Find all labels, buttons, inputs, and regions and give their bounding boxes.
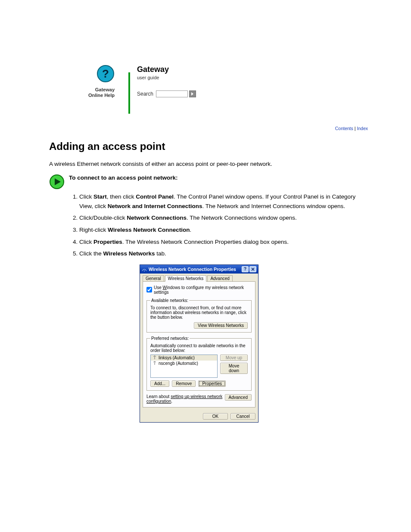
tab-panel-wireless: Use Windows to configure my wireless net…	[143, 281, 255, 408]
tabs-row: General Wireless Networks Advanced	[140, 274, 258, 282]
wireless-icon	[142, 267, 147, 272]
learn-text: Learn about setting up wireless network …	[146, 394, 225, 404]
use-windows-label: Use Windows to configure my wireless net…	[154, 285, 252, 295]
top-links: Contents | Index	[49, 126, 368, 131]
tab-general[interactable]: General	[143, 275, 164, 282]
properties-button[interactable]: Properties	[198, 380, 226, 387]
close-button[interactable]	[249, 266, 256, 272]
network-item[interactable]: linksys (Automatic)	[151, 355, 217, 361]
step-3: Right-click Wireless Network Connection.	[79, 225, 368, 235]
help-icon: ?	[97, 65, 115, 83]
search-go-button[interactable]	[189, 90, 196, 97]
dialog-footer: OK Cancel	[140, 411, 258, 422]
play-icon	[49, 174, 65, 190]
contents-link[interactable]: Contents	[335, 126, 353, 131]
tab-wireless-networks[interactable]: Wireless Networks	[165, 275, 207, 282]
arrow-right-icon	[190, 92, 195, 96]
svg-point-3	[144, 271, 145, 271]
page-header: ? Gateway Online Help Gateway user guide…	[49, 65, 368, 98]
step-list: Click Start, then click Control Panel. T…	[69, 192, 368, 258]
preferred-networks-legend: Preferred networks:	[150, 336, 190, 341]
step-1: Click Start, then click Control Panel. T…	[79, 192, 368, 211]
search-row: Search	[137, 90, 368, 97]
help-button[interactable]: ?	[242, 266, 249, 272]
move-down-button[interactable]: Move down	[220, 363, 248, 374]
step-2: Click/Double-click Network Connections. …	[79, 213, 368, 223]
step-4: Click Properties. The Wireless Network C…	[79, 237, 368, 247]
procedure-heading: To connect to an access point network:	[49, 174, 368, 190]
preferred-networks-text: Automatically connect to available netwo…	[150, 343, 248, 353]
page-title: Adding an access point	[49, 140, 368, 152]
available-networks-group: Available networks: To connect to, disco…	[146, 298, 252, 333]
step-5: Click the Wireless Networks tab.	[79, 249, 368, 258]
cancel-button[interactable]: Cancel	[230, 413, 255, 420]
available-networks-legend: Available networks:	[150, 298, 189, 303]
intro-paragraph: A wireless Ethernet network consists of …	[49, 160, 368, 168]
add-button[interactable]: Add...	[150, 380, 169, 387]
dialog-titlebar[interactable]: Wireless Network Connection Properties ?	[140, 265, 258, 274]
antenna-icon	[153, 355, 157, 360]
dialog-title: Wireless Network Connection Properties	[149, 267, 241, 272]
svg-text:?: ?	[102, 67, 109, 80]
tab-advanced[interactable]: Advanced	[207, 275, 232, 282]
header-divider	[128, 72, 130, 114]
advanced-button[interactable]: Advanced	[225, 394, 252, 401]
brand-subtitle: user guide	[137, 75, 368, 80]
search-input[interactable]	[156, 90, 188, 97]
close-icon	[251, 268, 255, 271]
network-item[interactable]: nscengb (Automatic)	[151, 361, 217, 366]
remove-button[interactable]: Remove	[172, 380, 196, 387]
search-label: Search	[137, 91, 153, 97]
use-windows-checkbox[interactable]	[146, 287, 152, 292]
brand-title: Gateway	[137, 65, 368, 74]
available-networks-text: To connect to, disconnect from, or find …	[150, 305, 248, 320]
antenna-icon	[153, 361, 157, 365]
move-up-button[interactable]: Move up	[220, 355, 248, 361]
preferred-networks-group: Preferred networks: Automatically connec…	[146, 336, 252, 391]
preferred-networks-list[interactable]: linksys (Automatic) nscengb (Automatic)	[150, 355, 218, 378]
view-wireless-networks-button[interactable]: View Wireless Networks	[194, 322, 248, 329]
wireless-properties-dialog: Wireless Network Connection Properties ?…	[140, 264, 258, 423]
index-link[interactable]: Index	[357, 126, 368, 131]
help-brand-label: Gateway Online Help	[49, 87, 115, 98]
ok-button[interactable]: OK	[203, 413, 228, 420]
procedure-label: To connect to an access point network:	[69, 174, 178, 181]
page-content: Contents | Index Adding an access point …	[49, 126, 368, 423]
